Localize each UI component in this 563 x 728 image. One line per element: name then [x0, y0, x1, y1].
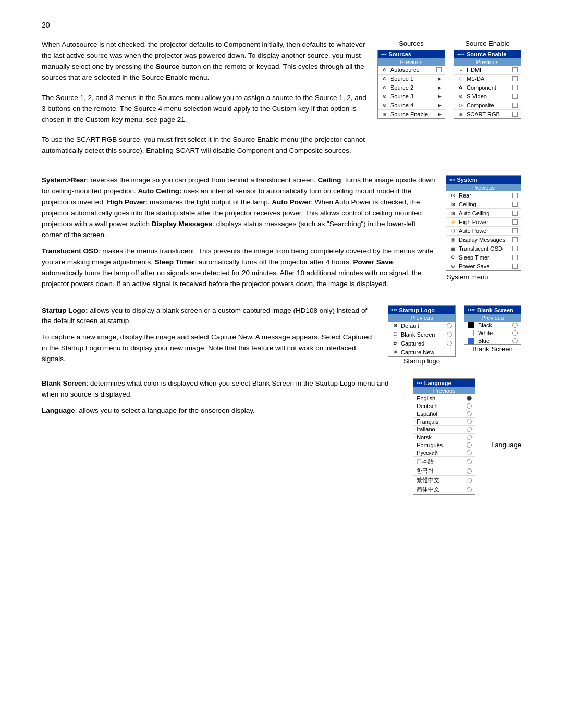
auto-ceiling-icon: ⊡ [449, 209, 457, 217]
source-enable-arrow: ▶ [438, 112, 442, 117]
display-messages-check [512, 237, 518, 242]
bottom-section: Startup Logo: allows you to display a bl… [42, 305, 521, 495]
system-item-auto-power: ⊡ Auto Power [446, 227, 521, 236]
sources-item-autosource: ⊙ Autosource [378, 66, 445, 75]
system-item-rear: R Rear [446, 191, 521, 200]
sources-dots: ••• [381, 52, 387, 57]
sleep-timer-label: Sleep Timer [459, 254, 510, 261]
language-menu-col: ••• Language Previous English Deutsch Es… [413, 378, 475, 495]
top-menus-area: Sources ••• Sources Previous ⊙ Autosourc… [377, 40, 521, 119]
source4-icon: ⊙ [381, 102, 388, 109]
source1-label: Source 1 [390, 76, 436, 82]
italiano-label: Italiano [417, 426, 464, 433]
language-prev: Previous [413, 387, 475, 394]
language-menu-title: ••• Language [413, 379, 475, 387]
blank-screen-black: Black [464, 322, 521, 329]
sleep-timer-check [512, 255, 518, 260]
white-label: White [478, 330, 510, 336]
auto-power-icon: ⊡ [449, 227, 457, 235]
m1da-label: M1-DA [467, 76, 510, 82]
korean-radio [467, 468, 472, 474]
source2-label: Source 2 [390, 84, 436, 91]
startup-logo-title-label: Startup Logo [399, 307, 435, 313]
language-portugues: Português [413, 441, 475, 449]
source4-label: Source 4 [390, 102, 436, 108]
source-enable-component: ✿ Component [454, 83, 521, 92]
capture-new-icon: ⊞ [391, 349, 399, 356]
white-radio [512, 330, 518, 336]
system-menu: ••• System Previous R Rear ⊡ Ceiling ⊡ A… [446, 175, 521, 271]
italiano-radio [467, 427, 472, 432]
translucent-osd-label: Translucent OSD [459, 245, 510, 252]
system-item-translucent-osd: ▦ Translucent OSD [446, 244, 521, 253]
language-section: Blank Screen: determines what color is d… [42, 378, 521, 495]
hdmi-label: HDMI [467, 67, 510, 73]
francais-radio [467, 419, 472, 424]
language-francais: Français [413, 418, 475, 426]
sources-item-source2: ⊙ Source 2 ▶ [378, 83, 445, 92]
source-enable-icon: ⊞ [381, 110, 388, 118]
source3-arrow: ▶ [438, 94, 442, 99]
system-title-label: System [457, 177, 478, 183]
translucent-osd-icon: ▦ [449, 245, 457, 252]
japanese-label: 日本語 [417, 458, 464, 465]
captured-label: Captured [401, 340, 445, 347]
blue-radio [512, 338, 518, 343]
default-radio [447, 323, 452, 328]
language-italiano: Italiano [413, 426, 475, 434]
source-enable-dots: •••• [457, 52, 464, 57]
startup-logo-blank: ☐ Blank Screen [388, 330, 455, 339]
startup-logo-dots: ••• [391, 307, 397, 313]
source-enable-menu-title: •••• Source Enable [454, 50, 521, 58]
auto-ceiling-check [512, 211, 518, 216]
russian-radio [467, 450, 472, 455]
composite-label: Composite [467, 102, 510, 108]
svideo-label: S-Video [467, 93, 510, 100]
english-label: English [417, 395, 464, 401]
captured-radio [447, 341, 452, 346]
system-item-display-messages: ◎ Display Messages [446, 236, 521, 244]
language-menu: ••• Language Previous English Deutsch Es… [413, 378, 475, 495]
source-enable-prev: Previous [454, 58, 521, 66]
language-deutsch: Deutsch [413, 402, 475, 410]
auto-power-check [512, 228, 518, 233]
startup-logo-caption: Startup logo [403, 357, 440, 365]
source-enable-svideo: ⊙ S-Video [454, 92, 521, 101]
language-menu-area: ••• Language Previous English Deutsch Es… [413, 378, 521, 495]
white-color-icon [468, 330, 474, 336]
traditional-chinese-label: 繁體中文 [417, 476, 464, 484]
ceiling-check [512, 202, 518, 207]
language-dots: ••• [417, 380, 422, 386]
deutsch-label: Deutsch [417, 403, 464, 409]
source-menu-paragraph: The Source 1, 2, and 3 menus in the Sour… [42, 93, 367, 126]
espanol-radio [467, 411, 472, 416]
norsk-radio [467, 435, 472, 440]
startup-logo-capture-new: ⊞ Capture New [388, 348, 455, 356]
blank-screen-white: White [464, 329, 521, 337]
system-dots: ••• [449, 177, 455, 183]
startup-blank-layout: Startup Logo: allows you to display a bl… [42, 305, 521, 371]
simplified-chinese-radio [467, 487, 472, 492]
component-label: Component [467, 84, 510, 91]
sources-item-source1: ⊙ Source 1 ▶ [378, 75, 445, 83]
startup-blank-menus: ••• Startup Logo Previous ⊡ Default ☐ Bl… [388, 305, 521, 367]
black-radio [512, 323, 518, 328]
source-enable-m1da: ⊞ M1-DA [454, 75, 521, 83]
sources-item-source3: ⊙ Source 3 ▶ [378, 92, 445, 101]
high-power-check [512, 219, 518, 225]
page-number: 20 [42, 21, 521, 29]
m1da-check [512, 76, 518, 81]
startup-logo-captured: ✿ Captured [388, 339, 455, 348]
intro-paragraph: When Autosource is not checked, the proj… [42, 40, 367, 83]
startup-logo-prev: Previous [388, 314, 455, 322]
blank-screen-label: Blank Screen [401, 331, 445, 338]
source3-icon: ⊙ [381, 93, 388, 100]
power-save-label: Power Save [459, 263, 510, 269]
portugues-label: Português [417, 442, 464, 448]
norsk-label: Norsk [417, 434, 464, 440]
sources-menu: ••• Sources Previous ⊙ Autosource ⊙ Sour… [377, 50, 445, 119]
source1-icon: ⊙ [381, 75, 388, 82]
source-enable-menu: •••• Source Enable Previous ≡ HDMI ⊞ M1-… [454, 50, 521, 119]
blank-screen-prev: Previous [464, 314, 521, 322]
japanese-radio [467, 459, 472, 464]
